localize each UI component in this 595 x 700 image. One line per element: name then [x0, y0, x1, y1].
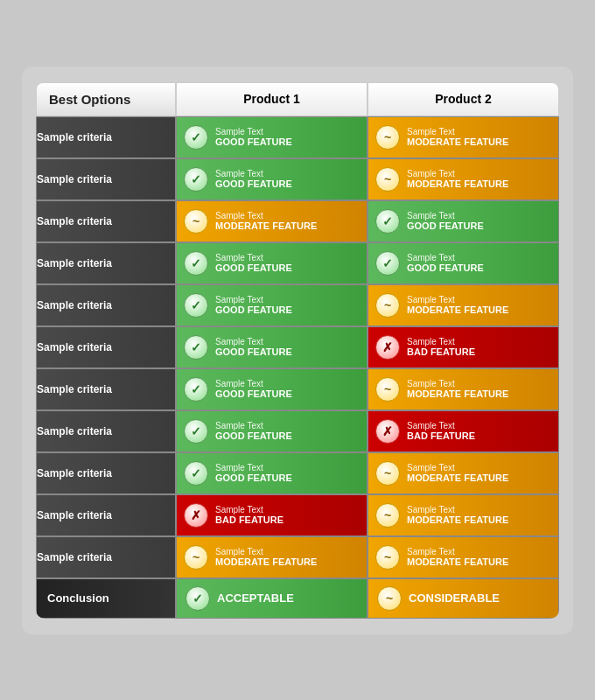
- feature-inner-bad: ✗Sample TextBAD FEATURE: [177, 495, 367, 536]
- feature-subtitle: Sample Text: [215, 169, 292, 178]
- feature-inner-moderate: ~Sample TextMODERATE FEATURE: [177, 537, 367, 578]
- feature-text: Sample TextMODERATE FEATURE: [407, 547, 508, 567]
- feature-cell: ✓Sample TextGOOD FEATURE: [368, 242, 559, 284]
- feature-title: MODERATE FEATURE: [215, 556, 317, 567]
- feature-inner-moderate: ~Sample TextMODERATE FEATURE: [368, 117, 558, 158]
- feature-subtitle: Sample Text: [407, 337, 475, 346]
- feature-inner-good: ✓Sample TextGOOD FEATURE: [177, 453, 367, 494]
- feature-title: GOOD FEATURE: [215, 304, 292, 315]
- good-icon: ✓: [184, 293, 208, 318]
- feature-subtitle: Sample Text: [407, 421, 475, 430]
- feature-subtitle: Sample Text: [215, 463, 292, 472]
- good-icon: ✓: [375, 251, 400, 276]
- feature-cell: ✗Sample TextBAD FEATURE: [368, 326, 559, 368]
- feature-title: MODERATE FEATURE: [407, 178, 508, 189]
- feature-inner-good: ✓Sample TextGOOD FEATURE: [177, 369, 367, 410]
- feature-title: MODERATE FEATURE: [407, 556, 508, 567]
- criteria-cell: Sample criteria: [36, 158, 176, 200]
- feature-inner-good: ✓Sample TextGOOD FEATURE: [368, 243, 558, 284]
- feature-inner-moderate: ~Sample TextMODERATE FEATURE: [368, 159, 558, 200]
- feature-title: BAD FEATURE: [215, 514, 284, 525]
- feature-text: Sample TextGOOD FEATURE: [215, 169, 292, 189]
- good-icon: ✓: [184, 377, 208, 402]
- feature-inner-moderate: ~Sample TextMODERATE FEATURE: [368, 369, 558, 410]
- feature-title: MODERATE FEATURE: [407, 304, 508, 315]
- feature-inner-good: ✓Sample TextGOOD FEATURE: [177, 243, 367, 284]
- feature-title: GOOD FEATURE: [407, 262, 484, 273]
- header-col2: Product 1: [176, 82, 368, 116]
- moderate-icon: ~: [375, 167, 400, 192]
- feature-title: BAD FEATURE: [407, 346, 475, 357]
- moderate-icon: ~: [375, 125, 400, 150]
- feature-text: Sample TextMODERATE FEATURE: [407, 463, 508, 483]
- conclusion-feature-cell: ~CONSIDERABLE: [368, 578, 559, 619]
- table-row: Sample criteria✓Sample TextGOOD FEATURE~…: [36, 452, 559, 494]
- feature-cell: ✓Sample TextGOOD FEATURE: [368, 200, 559, 242]
- feature-text: Sample TextBAD FEATURE: [215, 505, 284, 525]
- feature-subtitle: Sample Text: [407, 295, 508, 304]
- table-row: Sample criteria✓Sample TextGOOD FEATURE~…: [36, 116, 559, 158]
- feature-cell: ✓Sample TextGOOD FEATURE: [176, 326, 368, 368]
- feature-title: MODERATE FEATURE: [407, 388, 508, 399]
- feature-cell: ✓Sample TextGOOD FEATURE: [176, 158, 368, 200]
- conclusion-feature-cell: ✓ACCEPTABLE: [176, 578, 368, 619]
- feature-subtitle: Sample Text: [215, 421, 292, 430]
- feature-subtitle: Sample Text: [407, 463, 508, 472]
- feature-inner-good: ✓Sample TextGOOD FEATURE: [368, 201, 558, 242]
- feature-inner-bad: ✗Sample TextBAD FEATURE: [368, 411, 558, 452]
- table-row: Sample criteria✓Sample TextGOOD FEATURE✗…: [36, 326, 559, 368]
- feature-subtitle: Sample Text: [215, 337, 292, 346]
- moderate-icon: ~: [375, 503, 400, 528]
- table-row: Sample criteria~Sample TextMODERATE FEAT…: [36, 536, 559, 578]
- table-wrapper: Best Options Product 1 Product 2 Sample …: [22, 66, 573, 634]
- criteria-cell: Sample criteria: [36, 242, 176, 284]
- feature-cell: ~Sample TextMODERATE FEATURE: [368, 494, 559, 536]
- feature-subtitle: Sample Text: [215, 127, 292, 136]
- table-row: Sample criteria✗Sample TextBAD FEATURE~S…: [36, 494, 559, 536]
- feature-inner-moderate: ~Sample TextMODERATE FEATURE: [368, 453, 558, 494]
- feature-title: GOOD FEATURE: [215, 262, 292, 273]
- table-row: Sample criteria✓Sample TextGOOD FEATURE~…: [36, 158, 559, 200]
- good-icon: ✓: [184, 335, 208, 360]
- feature-inner-good: ✓Sample TextGOOD FEATURE: [177, 411, 367, 452]
- criteria-cell: Sample criteria: [36, 536, 176, 578]
- feature-title: MODERATE FEATURE: [407, 514, 508, 525]
- conclusion-moderate-icon: ~: [377, 586, 402, 611]
- feature-title: MODERATE FEATURE: [215, 220, 317, 231]
- feature-inner-moderate: ~Sample TextMODERATE FEATURE: [368, 537, 558, 578]
- bad-icon: ✗: [184, 503, 208, 528]
- feature-subtitle: Sample Text: [215, 547, 317, 556]
- feature-subtitle: Sample Text: [407, 127, 508, 136]
- feature-subtitle: Sample Text: [407, 253, 484, 262]
- feature-inner-moderate: ~Sample TextMODERATE FEATURE: [368, 495, 558, 536]
- feature-title: GOOD FEATURE: [215, 472, 292, 483]
- criteria-cell: Sample criteria: [36, 284, 176, 326]
- table-row: Sample criteria✓Sample TextGOOD FEATURE✗…: [36, 410, 559, 452]
- feature-inner-good: ✓Sample TextGOOD FEATURE: [177, 285, 367, 326]
- good-icon: ✓: [184, 167, 208, 192]
- feature-subtitle: Sample Text: [215, 211, 317, 220]
- criteria-cell: Sample criteria: [36, 452, 176, 494]
- criteria-cell: Sample criteria: [36, 116, 176, 158]
- conclusion-good-icon: ✓: [186, 586, 210, 611]
- feature-title: GOOD FEATURE: [215, 346, 292, 357]
- feature-cell: ✓Sample TextGOOD FEATURE: [176, 242, 368, 284]
- moderate-icon: ~: [375, 461, 400, 486]
- feature-text: Sample TextMODERATE FEATURE: [407, 295, 508, 315]
- feature-text: Sample TextMODERATE FEATURE: [407, 379, 508, 399]
- feature-subtitle: Sample Text: [407, 379, 508, 388]
- feature-text: Sample TextMODERATE FEATURE: [407, 169, 508, 189]
- table-row: Sample criteria✓Sample TextGOOD FEATURE~…: [36, 284, 559, 326]
- criteria-cell: Sample criteria: [36, 494, 176, 536]
- feature-cell: ✓Sample TextGOOD FEATURE: [176, 452, 368, 494]
- feature-text: Sample TextGOOD FEATURE: [215, 295, 292, 315]
- feature-text: Sample TextGOOD FEATURE: [215, 127, 292, 147]
- feature-subtitle: Sample Text: [407, 211, 484, 220]
- bad-icon: ✗: [375, 335, 400, 360]
- criteria-cell: Sample criteria: [36, 200, 176, 242]
- feature-inner-good: ✓Sample TextGOOD FEATURE: [177, 117, 367, 158]
- feature-text: Sample TextGOOD FEATURE: [215, 421, 292, 441]
- moderate-icon: ~: [184, 209, 208, 234]
- feature-subtitle: Sample Text: [215, 505, 284, 514]
- criteria-cell: Sample criteria: [36, 326, 176, 368]
